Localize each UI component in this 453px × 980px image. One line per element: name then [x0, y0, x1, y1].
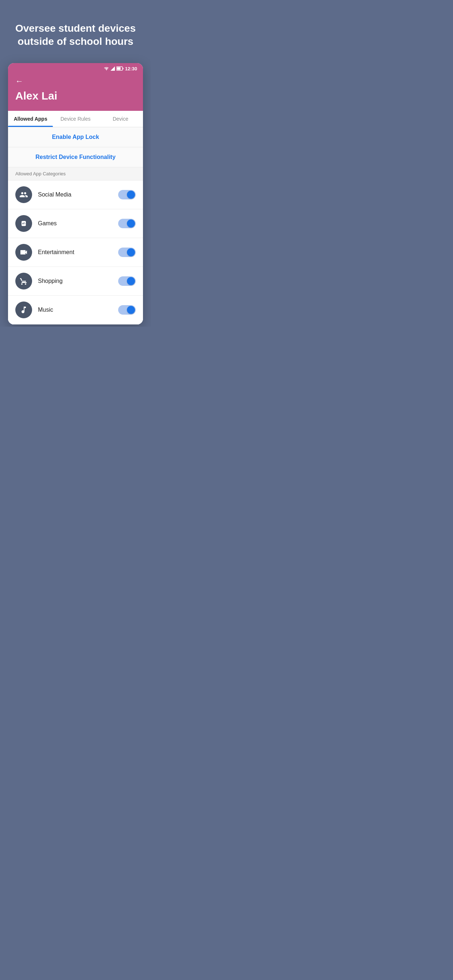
social-media-icon: [19, 190, 28, 199]
status-icons: 12:30: [104, 66, 137, 72]
svg-marker-0: [110, 66, 115, 71]
entertainment-label: Entertainment: [38, 249, 118, 256]
status-bar: 12:30: [8, 63, 143, 73]
tab-device[interactable]: Device: [98, 111, 143, 127]
list-item: Entertainment: [8, 238, 143, 267]
status-time: 12:30: [125, 66, 137, 72]
list-item: Shopping: [8, 267, 143, 296]
list-item: Social Media: [8, 180, 143, 209]
svg-rect-3: [123, 68, 123, 69]
music-toggle-knob: [127, 306, 135, 314]
svg-rect-2: [117, 67, 120, 70]
tab-device-rules[interactable]: Device Rules: [53, 111, 98, 127]
social-media-label: Social Media: [38, 191, 118, 198]
games-label: Games: [38, 220, 118, 227]
restrict-device-link[interactable]: Restrict Device Functionality: [35, 154, 116, 161]
games-icon-wrap: [15, 215, 32, 232]
social-media-toggle-knob: [127, 191, 135, 199]
shopping-toggle-knob: [127, 277, 135, 285]
phone-card: 12:30 ← Alex Lai Allowed Apps Device Rul…: [8, 63, 143, 325]
restrict-device-row[interactable]: Restrict Device Functionality: [8, 147, 143, 167]
shopping-icon-wrap: [15, 273, 32, 290]
wifi-icon: [104, 66, 109, 71]
shopping-icon: [19, 277, 28, 285]
list-item: Music: [8, 296, 143, 325]
signal-icon: [110, 66, 115, 71]
social-media-icon-wrap: [15, 186, 32, 203]
enable-app-lock-link[interactable]: Enable App Lock: [52, 134, 99, 140]
entertainment-icon: [19, 248, 28, 257]
section-header-categories: Allowed App Categories: [8, 167, 143, 180]
tab-allowed-apps[interactable]: Allowed Apps: [8, 111, 53, 127]
student-name: Alex Lai: [15, 90, 136, 102]
music-icon: [19, 305, 28, 314]
social-media-toggle[interactable]: [118, 190, 136, 199]
music-label: Music: [38, 307, 118, 313]
entertainment-icon-wrap: [15, 244, 32, 261]
enable-app-lock-row[interactable]: Enable App Lock: [8, 127, 143, 147]
games-icon: [19, 219, 28, 228]
games-toggle[interactable]: [118, 219, 136, 228]
music-icon-wrap: [15, 302, 32, 318]
list-item: Games: [8, 209, 143, 238]
battery-icon: [116, 66, 124, 71]
back-button[interactable]: ←: [15, 76, 23, 86]
tab-bar: Allowed Apps Device Rules Device: [8, 111, 143, 127]
hero-text: Oversee student devices outside of schoo…: [0, 14, 151, 63]
content-area: Enable App Lock Restrict Device Function…: [8, 127, 143, 325]
entertainment-toggle[interactable]: [118, 248, 136, 257]
games-toggle-knob: [127, 220, 135, 228]
shopping-toggle[interactable]: [118, 276, 136, 286]
shopping-label: Shopping: [38, 278, 118, 285]
music-toggle[interactable]: [118, 305, 136, 315]
app-header: ← Alex Lai: [8, 73, 143, 111]
entertainment-toggle-knob: [127, 248, 135, 256]
